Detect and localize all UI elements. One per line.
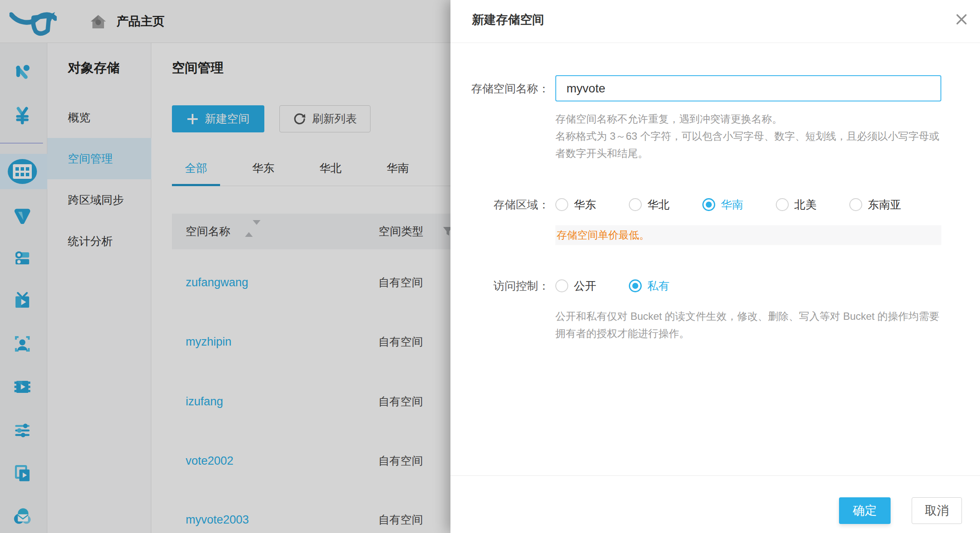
bucket-name-label: 存储空间名称： [457, 80, 549, 97]
radio-dongnanya[interactable]: 东南亚 [849, 197, 901, 212]
region-radio-group: 华东 华北 华南 北美 东南亚 [555, 196, 934, 213]
confirm-button[interactable]: 确定 [839, 497, 891, 524]
radio-public[interactable]: 公开 [555, 279, 596, 294]
radio-circle [776, 198, 789, 211]
radio-circle [629, 198, 642, 211]
help-line: 者数字开头和结尾。 [555, 145, 939, 162]
bucket-name-help: 存储空间名称不允许重复，遇到冲突请更换名称。 名称格式为 3～63 个字符，可以… [555, 110, 939, 162]
radio-circle [849, 198, 862, 211]
region-price-note: 存储空间单价最低。 [555, 225, 941, 245]
close-icon[interactable] [952, 9, 971, 29]
radio-circle [702, 198, 715, 211]
radio-label: 华北 [647, 197, 670, 212]
help-line: 公开和私有仅对 Bucket 的读文件生效，修改、删除、写入等对 Bucket … [555, 308, 939, 325]
radio-label: 东南亚 [868, 197, 901, 212]
radio-label: 华东 [574, 197, 596, 212]
help-line: 存储空间名称不允许重复，遇到冲突请更换名称。 [555, 110, 939, 128]
radio-circle [555, 198, 568, 211]
drawer-header: 新建存储空间 [450, 0, 980, 43]
radio-private[interactable]: 私有 [629, 279, 670, 294]
app-window: 产品主页 [0, 0, 980, 533]
access-radio-group: 公开 私有 [555, 277, 702, 294]
radio-label: 北美 [794, 197, 817, 212]
bucket-name-input[interactable] [555, 75, 941, 101]
radio-label: 华南 [721, 197, 743, 212]
radio-beimei[interactable]: 北美 [776, 197, 817, 212]
access-help: 公开和私有仅对 Bucket 的读文件生效，修改、删除、写入等对 Bucket … [555, 308, 939, 342]
drawer-title: 新建存储空间 [472, 0, 544, 40]
radio-circle [555, 279, 568, 292]
cancel-button[interactable]: 取消 [912, 497, 962, 524]
radio-circle [629, 279, 642, 292]
access-label: 访问控制： [457, 277, 549, 294]
radio-huadong[interactable]: 华东 [555, 197, 596, 212]
create-bucket-drawer: 新建存储空间 存储空间名称： 存储空间名称不允许重复，遇到冲突请更换名称。 名称… [450, 0, 980, 533]
radio-huabei[interactable]: 华北 [629, 197, 670, 212]
radio-huanan[interactable]: 华南 [702, 197, 743, 212]
help-line: 名称格式为 3～63 个字符，可以包含小写字母、数字、短划线，且必须以小写字母或 [555, 128, 939, 145]
radio-label: 私有 [647, 279, 670, 294]
drawer-footer: 确定 取消 [450, 475, 980, 533]
radio-label: 公开 [574, 279, 596, 294]
help-line: 拥有者的授权才能进行操作。 [555, 325, 939, 342]
region-label: 存储区域： [457, 196, 549, 213]
